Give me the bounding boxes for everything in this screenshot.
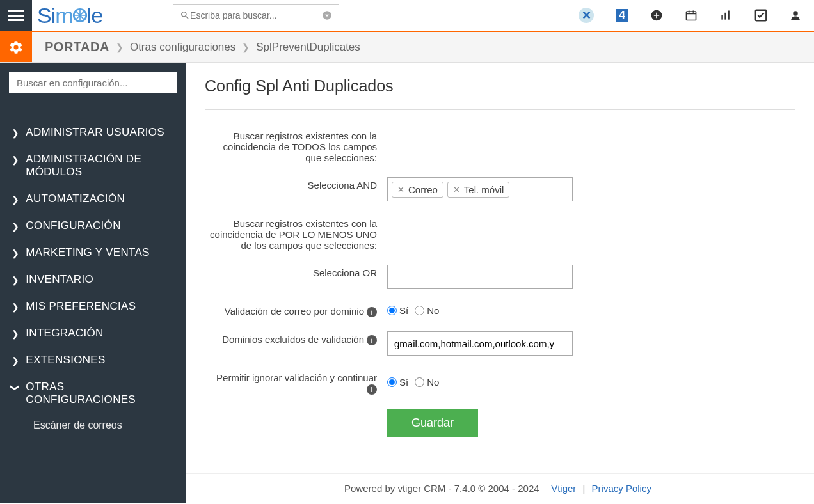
sidebar-item-label: CONFIGURACIÓN	[26, 219, 120, 232]
sidebar-item-users[interactable]: ❯ADMINISTRAR USUARIOS	[9, 119, 177, 146]
chevron-right-icon: ❯	[12, 302, 19, 312]
chevron-right-icon: ❯	[12, 194, 19, 205]
svg-rect-4	[721, 15, 723, 20]
breadcrumb-bar: PORTADA ❯ Otras configuraciones ❯ SplPre…	[0, 32, 814, 63]
sidebar-item-other-config[interactable]: ❯OTRAS CONFIGURACIONES	[9, 374, 177, 413]
sidebar-item-inventory[interactable]: ❯INVENTARIO	[9, 266, 177, 293]
svg-rect-6	[728, 11, 730, 20]
chevron-down-icon: ❯	[10, 384, 20, 391]
add-icon[interactable]	[650, 9, 663, 22]
settings-sidebar: ❯ADMINISTRAR USUARIOS ❯ADMINISTRACIÓN DE…	[0, 63, 186, 503]
topbar: Sim le ✕ 4	[0, 0, 814, 32]
breadcrumb-leaf: SplPreventDuplicates	[256, 41, 360, 54]
label-and-desc: Buscar registros existentes con la coinc…	[205, 128, 387, 163]
menu-toggle-button[interactable]	[0, 0, 32, 31]
reports-icon[interactable]	[719, 9, 732, 22]
settings-gear-button[interactable]	[0, 32, 32, 62]
tasks-icon[interactable]	[754, 8, 768, 22]
page-title: Config Spl Anti Duplicados	[205, 77, 795, 110]
footer-link-vtiger[interactable]: Vtiger	[551, 483, 576, 494]
chevron-right-icon: ❯	[12, 128, 19, 138]
sidebar-item-label: EXTENSIONES	[26, 354, 105, 366]
breadcrumb-mid[interactable]: Otras configuraciones	[130, 41, 235, 54]
sidebar-search-input[interactable]	[9, 72, 177, 93]
domain-validate-no[interactable]: No	[415, 305, 439, 316]
tag-label: Correo	[408, 184, 438, 195]
label-domain-exclude: Dominios excluídos de validacióni	[205, 331, 387, 356]
calendar-icon[interactable]	[685, 9, 698, 22]
info-icon[interactable]: i	[367, 307, 377, 317]
sidebar-item-integration[interactable]: ❯INTEGRACIÓN	[9, 320, 177, 347]
info-icon[interactable]: i	[367, 335, 377, 345]
label-domain-validate: Validación de correo por dominioi	[205, 303, 387, 317]
sidebar-item-label: ADMINISTRAR USUARIOS	[26, 126, 164, 139]
sidebar-subitem-email-scanner[interactable]: Escáner de correos	[9, 413, 177, 437]
chevron-down-icon[interactable]	[322, 10, 332, 20]
app-switcher-icon[interactable]: ✕	[579, 8, 594, 23]
remove-tag-icon[interactable]: ✕	[453, 185, 460, 194]
chevron-right-icon: ❯	[12, 356, 19, 366]
sidebar-item-modules[interactable]: ❯ADMINISTRACIÓN DE MÓDULOS	[9, 146, 177, 185]
ignore-no[interactable]: No	[415, 377, 439, 388]
radio-label: Sí	[399, 377, 408, 388]
tag-tel-movil: ✕Tel. móvil	[447, 182, 510, 198]
global-search[interactable]	[173, 4, 339, 26]
ignore-yes[interactable]: Sí	[387, 377, 408, 388]
footer-link-privacy[interactable]: Privacy Policy	[592, 483, 651, 494]
sidebar-item-label: INVENTARIO	[26, 273, 93, 286]
chevron-right-icon: ❯	[242, 42, 250, 52]
excluded-domains-input[interactable]	[387, 331, 573, 356]
footer-sep: |	[582, 483, 585, 494]
sidebar-item-label: OTRAS CONFIGURACIONES	[26, 381, 174, 406]
chevron-right-icon: ❯	[116, 42, 124, 52]
tag-label: Tel. móvil	[464, 184, 504, 195]
main: ❯ADMINISTRAR USUARIOS ❯ADMINISTRACIÓN DE…	[0, 63, 814, 503]
or-fields-select[interactable]	[387, 265, 573, 289]
domain-validate-yes[interactable]: Sí	[387, 305, 408, 316]
label-ignore: Permitir ignorar validación y continuari	[205, 370, 387, 395]
footer: Powered by vtiger CRM - 7.4.0 © 2004 - 2…	[186, 473, 814, 503]
info-icon[interactable]: i	[367, 384, 377, 395]
chevron-right-icon: ❯	[12, 329, 19, 339]
sidebar-item-preferences[interactable]: ❯MIS PREFERENCIAS	[9, 293, 177, 320]
sidebar-item-label: INTEGRACIÓN	[26, 327, 103, 340]
and-fields-select[interactable]: ✕Correo ✕Tel. móvil	[387, 177, 573, 201]
label-and: Selecciona AND	[205, 177, 387, 201]
tag-correo: ✕Correo	[392, 182, 443, 198]
top-icons: ✕ 4	[579, 8, 801, 23]
sidebar-item-label: AUTOMATIZACIÓN	[26, 193, 125, 205]
radio-label: Sí	[399, 305, 408, 316]
calendar-badge-icon[interactable]: 4	[616, 9, 628, 22]
search-icon	[180, 10, 190, 20]
logo[interactable]: Sim le	[37, 3, 102, 28]
gear-icon	[8, 40, 24, 55]
radio-label: No	[427, 377, 439, 388]
breadcrumb-root[interactable]: PORTADA	[45, 40, 109, 54]
sidebar-item-configuration[interactable]: ❯CONFIGURACIÓN	[9, 212, 177, 239]
logo-icon	[72, 7, 88, 24]
svg-rect-3	[687, 12, 696, 20]
content: Config Spl Anti Duplicados Buscar regist…	[186, 63, 814, 503]
sidebar-item-marketing[interactable]: ❯MARKETING Y VENTAS	[9, 239, 177, 266]
radio-label: No	[427, 305, 439, 316]
user-icon[interactable]	[790, 10, 801, 21]
svg-rect-5	[724, 13, 726, 20]
sidebar-item-label: ADMINISTRACIÓN DE MÓDULOS	[26, 153, 174, 178]
chevron-right-icon: ❯	[12, 155, 19, 165]
breadcrumb: PORTADA ❯ Otras configuraciones ❯ SplPre…	[32, 32, 360, 62]
chevron-right-icon: ❯	[12, 248, 19, 258]
remove-tag-icon[interactable]: ✕	[397, 185, 404, 194]
chevron-right-icon: ❯	[12, 275, 19, 285]
save-button[interactable]: Guardar	[387, 409, 478, 437]
sidebar-item-label: MARKETING Y VENTAS	[26, 246, 149, 259]
footer-text: Powered by vtiger CRM - 7.4.0 © 2004 - 2…	[344, 483, 539, 494]
sidebar-item-extensions[interactable]: ❯EXTENSIONES	[9, 347, 177, 374]
sidebar-item-label: MIS PREFERENCIAS	[26, 300, 136, 313]
svg-point-8	[793, 11, 798, 16]
label-or-desc: Buscar registros existentes con la coinc…	[205, 216, 387, 251]
chevron-right-icon: ❯	[12, 221, 19, 232]
label-or: Selecciona OR	[205, 265, 387, 289]
sidebar-item-automation[interactable]: ❯AUTOMATIZACIÓN	[9, 185, 177, 212]
search-input[interactable]	[190, 10, 322, 20]
